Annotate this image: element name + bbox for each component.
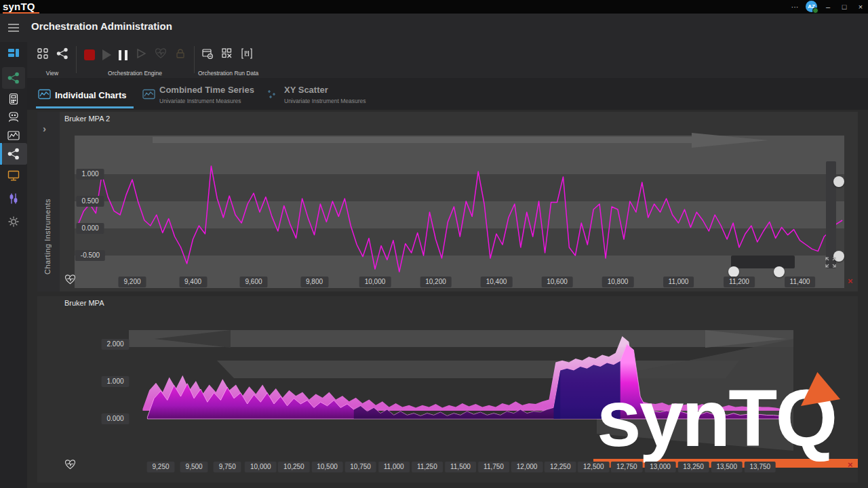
tab-label: XY Scatter (284, 85, 328, 95)
engine-health-icon[interactable] (155, 47, 167, 62)
x-axis-tick: 9,500 (180, 462, 208, 472)
x-axis-tick: 9,200 (118, 277, 146, 287)
charting-instruments-label: Charting Instruments (43, 149, 52, 274)
x-axis-tick: 9,750 (214, 462, 241, 472)
charts-icon (7, 129, 20, 142)
range-handle-left[interactable] (728, 266, 739, 277)
x-axis-tick: 10,600 (541, 277, 573, 287)
close-chart-button[interactable]: × (848, 276, 853, 286)
chart-health-icon (64, 459, 76, 470)
range-selector[interactable] (731, 256, 795, 268)
x-axis-tick: 11,200 (724, 277, 755, 287)
app-logo: synTQ (3, 1, 39, 14)
sidebar-item-orchestrations[interactable] (0, 67, 27, 89)
y-axis-tick: -0.500 (75, 250, 105, 261)
x-axis-tick: 13,250 (677, 462, 709, 472)
remove-run-data-icon[interactable] (201, 47, 214, 62)
watermark-logo: synTQ (597, 378, 835, 458)
logo-underline (3, 12, 39, 14)
grid-view-icon[interactable] (37, 47, 49, 62)
connections-icon (7, 147, 20, 161)
sidebar (0, 42, 27, 488)
toolbar-separator (76, 46, 77, 73)
sidebar-item-layout[interactable] (0, 42, 27, 64)
chart-title: Bruker MPA 2 (64, 115, 110, 123)
sidebar-item-connections[interactable] (0, 143, 27, 165)
y-axis-tick: 0.500 (76, 196, 104, 207)
close-button[interactable]: × (853, 0, 868, 14)
scatter-tab-icon (266, 89, 279, 100)
tab-label: Individual Charts (55, 90, 126, 100)
chart-title: Bruker MPA (64, 299, 104, 307)
close-chart-button[interactable]: × (848, 460, 853, 470)
x-axis-tick: 12,250 (545, 462, 576, 472)
chart-tab-icon (38, 89, 51, 100)
play-button[interactable] (102, 49, 111, 60)
x-axis-tick: 9,250 (146, 462, 174, 472)
toolbar-group-run-data: Orchestration Run Data (198, 43, 256, 77)
x-axis-tick: 10,250 (278, 462, 310, 472)
sidebar-item-monitor[interactable] (0, 165, 27, 186)
x-axis-tick: 12,750 (611, 462, 643, 472)
x-axis-tick: 10,000 (245, 462, 277, 472)
monitor-icon (7, 169, 20, 182)
clear-run-data-icon[interactable] (221, 47, 233, 62)
header: Orchestration Administration View (0, 14, 868, 78)
tab-xy-scatter[interactable]: XY Scatter Univariate Instrument Measure… (266, 80, 381, 108)
tab-label: Combined Time Series (159, 85, 254, 95)
x-axis-tick: 10,750 (344, 462, 376, 472)
minimize-button[interactable]: – (821, 0, 835, 14)
page-title: Orchestration Administration (31, 20, 172, 32)
x-axis-tick: 9,600 (239, 277, 267, 287)
y-axis-tick: 1.000 (101, 376, 129, 387)
tab-individual-charts[interactable]: Individual Charts (36, 80, 134, 108)
tab-combined-time-series[interactable]: Combined Time Series Univariate Instrume… (142, 80, 263, 108)
pause-button[interactable] (119, 50, 127, 60)
y-axis-tick: 2.000 (101, 339, 129, 350)
x-axis-tick: 10,200 (420, 277, 452, 287)
orchestrations-icon (7, 71, 20, 85)
y-axis-tick: 0.000 (76, 223, 104, 234)
range-handle-right[interactable] (774, 266, 785, 277)
window-more-button[interactable]: ··· (787, 0, 803, 14)
x-axis-tick: 11,250 (412, 462, 443, 472)
x-axis-tick: 10,800 (602, 277, 634, 287)
active-tab-underline (36, 106, 134, 108)
x-axis-tick: 13,000 (644, 462, 676, 472)
bruker-mpa-2-series-line (78, 166, 843, 272)
robot-icon (7, 110, 20, 124)
expand-chart-icon[interactable] (825, 256, 837, 268)
x-axis-tick: 12,000 (511, 462, 543, 472)
charting-instruments-panel[interactable]: › Charting Instruments (37, 112, 60, 291)
toolbar-group-view: View (31, 43, 73, 77)
x-axis-tick: 13,750 (745, 462, 776, 472)
recorder-icon (7, 92, 20, 106)
maximize-button[interactable]: □ (837, 0, 852, 14)
x-axis-tick: 11,750 (478, 462, 509, 472)
engine-lock-icon[interactable] (174, 47, 186, 62)
avatar[interactable]: AZ (806, 1, 817, 12)
x-axis-tick: 13,500 (711, 462, 743, 472)
hamburger-menu-icon[interactable] (8, 22, 19, 34)
resume-button[interactable] (135, 47, 147, 62)
toolbar-group-label: Orchestration Engine (80, 70, 190, 77)
sidebar-item-instruments[interactable] (0, 188, 27, 209)
chart-tab-icon (142, 89, 155, 100)
toolbar-group-label: Orchestration Run Data (198, 70, 256, 77)
instruments-icon (7, 192, 20, 205)
chart-health-icon (64, 274, 76, 285)
layout-icon (7, 46, 20, 60)
v-zoom-handle-top[interactable] (833, 176, 844, 187)
connections-view-icon[interactable] (56, 47, 68, 62)
x-axis-tick: 10,500 (311, 462, 343, 472)
bruker-mpa-2-chart (75, 136, 844, 288)
toolbar-separator (194, 46, 195, 73)
stop-button[interactable] (84, 49, 95, 60)
app-logo-text: synTQ (3, 1, 35, 12)
x-axis-tick: 11,000 (378, 462, 410, 472)
tab-subtitle: Univariate Instrument Measures (284, 98, 366, 104)
chevron-right-icon[interactable]: › (43, 123, 46, 134)
x-axis-tick: 12,500 (578, 462, 610, 472)
run-id-barcode-icon[interactable] (241, 47, 253, 62)
sidebar-item-settings[interactable] (0, 211, 27, 232)
